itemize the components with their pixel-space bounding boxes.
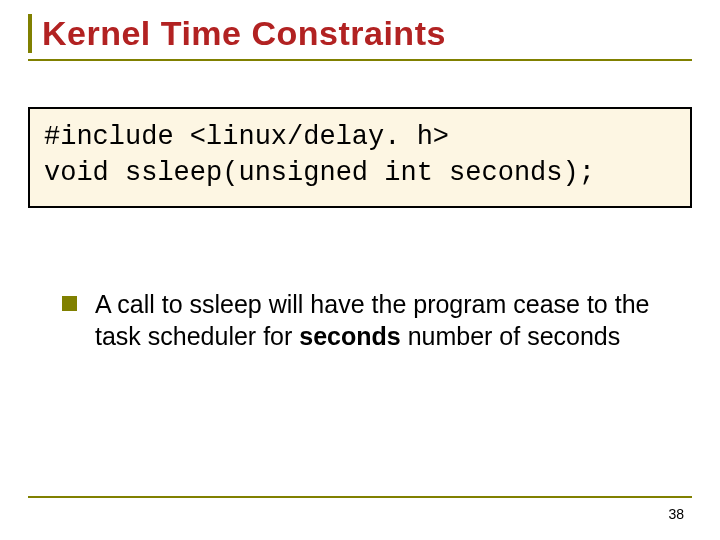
bullet-text: A call to ssleep will have the program c…: [95, 288, 684, 353]
code-line-2: void ssleep(unsigned int seconds);: [44, 155, 676, 191]
bullet-part2: number of seconds: [401, 322, 621, 350]
title-divider: [28, 59, 692, 61]
code-block: #include <linux/delay. h> void ssleep(un…: [28, 107, 692, 208]
slide-title: Kernel Time Constraints: [42, 14, 692, 53]
bottom-divider: [28, 496, 692, 498]
title-accent-bar: Kernel Time Constraints: [28, 14, 692, 53]
bullet-bold1: seconds: [299, 322, 400, 350]
page-number: 38: [668, 506, 684, 522]
code-line-1: #include <linux/delay. h>: [44, 119, 676, 155]
bullet-item: A call to ssleep will have the program c…: [28, 288, 692, 353]
square-bullet-icon: [62, 296, 77, 311]
